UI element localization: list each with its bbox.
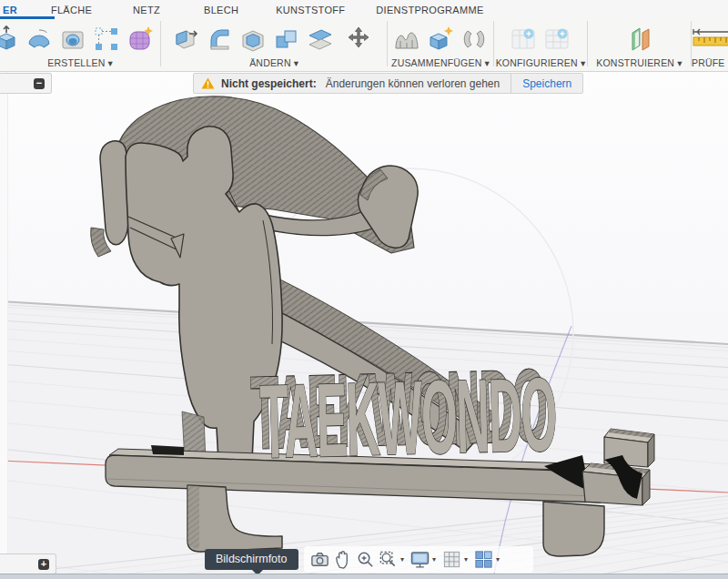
tab-blech[interactable]: BLECH <box>204 5 238 15</box>
configure-features-icon[interactable] <box>543 25 572 54</box>
zoom-icon[interactable] <box>355 549 376 570</box>
hole-icon[interactable] <box>58 25 87 54</box>
extrude-icon[interactable] <box>0 25 20 54</box>
browser-panel-collapsed: − <box>0 73 52 94</box>
group-konstruieren: KONSTRUIEREN ▾ <box>588 19 691 71</box>
tab-netz[interactable]: NETZ <box>133 5 160 15</box>
screenshot-tooltip: Bildschirmfoto <box>205 549 298 570</box>
group-pruefen: PRÜFE <box>692 19 728 71</box>
fusion360-window: ER FLÄCHE NETZ BLECH KUNSTSTOFF DIENSTPR… <box>0 0 728 579</box>
timeline-panel-collapsed: + <box>0 554 56 574</box>
viewport-canvas[interactable]: TAEKWONDO TAEKWONDO <box>0 72 728 579</box>
viewport: TAEKWONDO TAEKWONDO − Nicht gespeichert:… <box>0 72 728 579</box>
viewport-left-edge <box>0 72 8 579</box>
tab-kunststoff[interactable]: KUNSTSTOFF <box>276 5 345 15</box>
erstellen-menu[interactable]: ERSTELLEN ▾ <box>47 57 113 68</box>
screenshot-camera-icon[interactable] <box>309 549 330 570</box>
group-konfigurieren: KONFIGURIEREN ▾ <box>494 19 587 71</box>
pattern-icon[interactable] <box>92 25 121 54</box>
grid-snap-dropdown[interactable]: ▾ <box>464 555 471 564</box>
create-form-icon[interactable] <box>126 25 155 54</box>
measure-icon[interactable] <box>692 25 728 54</box>
alert-message: Änderungen können verloren gehen <box>326 77 500 90</box>
display-settings-icon[interactable] <box>410 549 430 570</box>
fillet-icon[interactable] <box>205 25 234 54</box>
joint-icon[interactable] <box>460 25 489 54</box>
move-copy-icon[interactable] <box>339 25 378 54</box>
tab-dienstprogramme[interactable]: DIENSTPROGRAMME <box>376 5 483 15</box>
model-text-face: TAEKWONDO <box>258 356 557 480</box>
model-text: TAEKWONDO TAEKWONDO <box>249 347 557 481</box>
collapse-panel-button[interactable]: − <box>34 78 45 89</box>
aendern-menu[interactable]: ÄNDERN ▾ <box>249 57 298 68</box>
viewports-dropdown[interactable]: ▾ <box>496 555 503 564</box>
revolve-icon[interactable] <box>25 25 54 54</box>
pan-hand-icon[interactable] <box>332 549 353 570</box>
split-body-icon[interactable] <box>306 25 335 54</box>
expand-panel-button[interactable]: + <box>38 559 49 570</box>
zusammenfuegen-menu[interactable]: ZUSAMMENFÜGEN ▾ <box>391 57 490 68</box>
tab-volumenkoerper[interactable]: ER <box>3 5 17 15</box>
group-zusammenfuegen: ZUSAMMENFÜGEN ▾ <box>388 19 493 71</box>
shell-icon[interactable] <box>238 25 268 54</box>
grid-snap-icon[interactable] <box>441 549 462 570</box>
joint-bodies-icon[interactable] <box>392 25 421 54</box>
new-component-icon[interactable] <box>426 25 455 54</box>
press-pull-icon[interactable] <box>171 25 200 54</box>
unsaved-alert: Nicht gespeichert: Änderungen können ver… <box>193 73 583 94</box>
fit-view-icon[interactable] <box>378 549 399 570</box>
alert-title: Nicht gespeichert: <box>221 77 317 90</box>
ribbon-toolbar: ERSTELLEN ▾ ÄNDERN ▾ ZUSAMMENFÜGEN ▾ <box>0 19 728 72</box>
window-bottom-edge <box>0 574 728 579</box>
group-erstellen: ERSTELLEN ▾ <box>0 19 160 71</box>
combine-icon[interactable] <box>272 25 301 54</box>
konfigurieren-menu[interactable]: KONFIGURIEREN ▾ <box>496 57 586 68</box>
navigation-bar: ▾ ▾ ▾ ▾ <box>304 546 533 573</box>
tab-flaeche[interactable]: FLÄCHE <box>51 5 92 15</box>
configuration-table-icon[interactable] <box>510 25 539 54</box>
save-button[interactable]: Speichern <box>511 77 582 90</box>
konstruieren-menu[interactable]: KONSTRUIEREN ▾ <box>596 57 682 68</box>
ribbon-tab-bar: ER FLÄCHE NETZ BLECH KUNSTSTOFF DIENSTPR… <box>0 0 728 19</box>
pruefen-menu[interactable]: PRÜFE <box>692 57 725 68</box>
display-settings-dropdown[interactable]: ▾ <box>432 555 440 564</box>
construction-plane-icon[interactable] <box>625 25 654 54</box>
group-aendern: ÄNDERN ▾ <box>161 19 387 71</box>
fit-view-dropdown[interactable]: ▾ <box>400 555 408 564</box>
warning-icon <box>201 77 215 89</box>
viewports-icon[interactable] <box>473 549 494 570</box>
